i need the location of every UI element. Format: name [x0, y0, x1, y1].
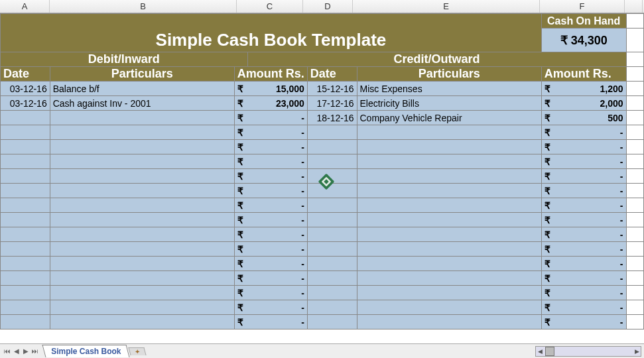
debit-date[interactable]: [1, 198, 50, 213]
empty-cell[interactable]: [626, 96, 643, 111]
credit-date[interactable]: [307, 198, 357, 213]
debit-amount[interactable]: -: [247, 198, 307, 213]
credit-date[interactable]: [307, 300, 357, 315]
debit-date[interactable]: [1, 257, 50, 271]
debit-rupee[interactable]: ₹: [234, 125, 247, 140]
credit-date[interactable]: [307, 315, 357, 329]
tab-first-icon[interactable]: ⏮: [3, 347, 12, 355]
credit-particulars[interactable]: [357, 286, 541, 300]
debit-amount[interactable]: -: [247, 286, 307, 300]
empty-cell[interactable]: [626, 198, 643, 213]
credit-date[interactable]: [307, 242, 357, 257]
scroll-thumb[interactable]: [545, 347, 554, 356]
credit-amount[interactable]: -: [553, 227, 626, 242]
debit-amount[interactable]: -: [247, 154, 307, 169]
credit-amount[interactable]: 1,200: [553, 82, 626, 96]
empty-cell[interactable]: [626, 184, 643, 198]
debit-rupee[interactable]: ₹: [234, 315, 247, 329]
empty-cell[interactable]: [626, 125, 643, 140]
empty-cell[interactable]: [626, 300, 643, 315]
column-letter[interactable]: D: [303, 0, 353, 13]
debit-particulars[interactable]: [50, 257, 234, 271]
column-letter[interactable]: A: [0, 0, 50, 13]
debit-rupee[interactable]: ₹: [234, 96, 247, 111]
debit-particulars[interactable]: [50, 242, 234, 257]
debit-date[interactable]: [1, 184, 50, 198]
debit-date[interactable]: [1, 140, 50, 154]
credit-amount[interactable]: -: [553, 154, 626, 169]
debit-particulars[interactable]: [50, 140, 234, 154]
credit-rupee[interactable]: ₹: [541, 257, 553, 271]
credit-rupee[interactable]: ₹: [541, 300, 553, 315]
debit-amount[interactable]: -: [247, 213, 307, 227]
debit-rupee[interactable]: ₹: [234, 184, 247, 198]
credit-rupee[interactable]: ₹: [541, 184, 553, 198]
credit-particulars[interactable]: Misc Expenses: [357, 82, 541, 96]
debit-amount[interactable]: -: [247, 242, 307, 257]
debit-date[interactable]: [1, 286, 50, 300]
debit-rupee[interactable]: ₹: [234, 213, 247, 227]
debit-amount[interactable]: -: [247, 111, 307, 125]
credit-rupee[interactable]: ₹: [541, 227, 553, 242]
debit-date[interactable]: [1, 125, 50, 140]
credit-particulars[interactable]: [357, 271, 541, 286]
empty-cell[interactable]: [626, 140, 643, 154]
new-sheet-button[interactable]: ✦: [129, 347, 147, 355]
horizontal-scrollbar[interactable]: ◀ ▶: [535, 346, 641, 357]
debit-particulars[interactable]: [50, 198, 234, 213]
debit-amount[interactable]: 23,000: [247, 96, 307, 111]
credit-particulars[interactable]: [357, 242, 541, 257]
debit-rupee[interactable]: ₹: [234, 198, 247, 213]
credit-particulars[interactable]: Company Vehicle Repair: [357, 111, 541, 125]
credit-particulars[interactable]: [357, 198, 541, 213]
debit-amount[interactable]: -: [247, 125, 307, 140]
credit-amount[interactable]: -: [553, 213, 626, 227]
debit-date[interactable]: 03-12-16: [1, 96, 50, 111]
credit-date[interactable]: 15-12-16: [307, 82, 357, 96]
credit-amount[interactable]: -: [553, 169, 626, 184]
debit-amount[interactable]: -: [247, 271, 307, 286]
credit-amount[interactable]: -: [553, 198, 626, 213]
debit-date[interactable]: [1, 169, 50, 184]
credit-date[interactable]: [307, 213, 357, 227]
credit-date[interactable]: [307, 286, 357, 300]
debit-date[interactable]: [1, 213, 50, 227]
debit-amount[interactable]: -: [247, 169, 307, 184]
credit-date[interactable]: 17-12-16: [307, 96, 357, 111]
debit-particulars[interactable]: Balance b/f: [50, 82, 234, 96]
tab-next-icon[interactable]: ▶: [21, 347, 31, 355]
credit-date[interactable]: [307, 257, 357, 271]
debit-amount[interactable]: -: [247, 227, 307, 242]
column-letter[interactable]: C: [237, 0, 303, 13]
empty-cell[interactable]: [626, 52, 643, 67]
credit-amount[interactable]: -: [553, 315, 626, 329]
credit-amount[interactable]: -: [553, 271, 626, 286]
spreadsheet-grid[interactable]: Cash On Hand Simple Cash Book Template ₹…: [0, 13, 644, 329]
sheet-tab-active[interactable]: Simple Cash Book: [42, 345, 129, 357]
credit-amount[interactable]: -: [553, 300, 626, 315]
empty-cell[interactable]: [626, 29, 643, 52]
empty-cell[interactable]: [626, 14, 643, 29]
debit-rupee[interactable]: ₹: [234, 154, 247, 169]
credit-rupee[interactable]: ₹: [541, 111, 553, 125]
column-letter[interactable]: E: [353, 0, 540, 13]
credit-rupee[interactable]: ₹: [541, 271, 553, 286]
credit-date[interactable]: [307, 140, 357, 154]
credit-date[interactable]: [307, 271, 357, 286]
credit-particulars[interactable]: [357, 300, 541, 315]
debit-rupee[interactable]: ₹: [234, 286, 247, 300]
empty-cell[interactable]: [626, 82, 643, 96]
debit-date[interactable]: [1, 227, 50, 242]
credit-rupee[interactable]: ₹: [541, 315, 553, 329]
empty-cell[interactable]: [626, 111, 643, 125]
debit-particulars[interactable]: [50, 300, 234, 315]
empty-cell[interactable]: [626, 169, 643, 184]
credit-particulars[interactable]: [357, 315, 541, 329]
credit-rupee[interactable]: ₹: [541, 242, 553, 257]
credit-date[interactable]: [307, 169, 357, 184]
debit-date[interactable]: [1, 111, 50, 125]
debit-rupee[interactable]: ₹: [234, 271, 247, 286]
debit-particulars[interactable]: [50, 213, 234, 227]
credit-date[interactable]: [307, 184, 357, 198]
debit-amount[interactable]: -: [247, 140, 307, 154]
